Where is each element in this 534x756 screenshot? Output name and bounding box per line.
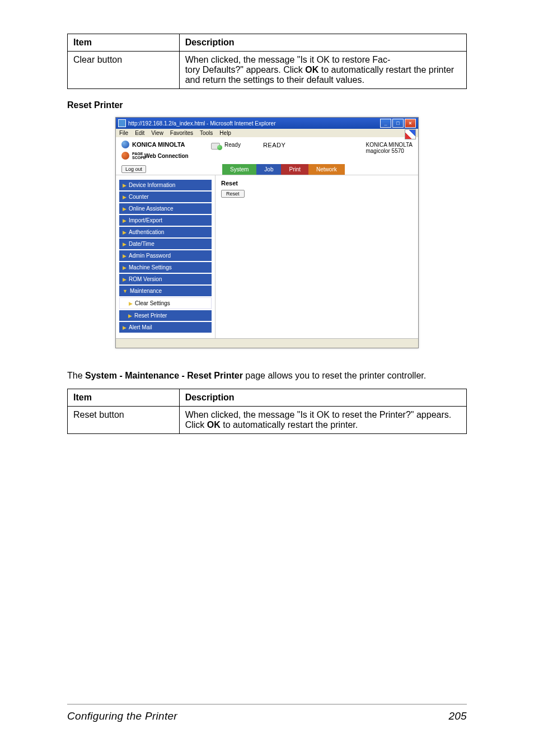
chevron-right-icon: ▶ [128, 313, 132, 319]
chevron-right-icon: ▶ [123, 230, 127, 235]
close-button[interactable]: × [405, 119, 416, 128]
nav-date-time[interactable]: ▶Date/Time [119, 239, 212, 249]
pagescope-logo: PAGE SCOPE Web Connection [121, 152, 211, 160]
chevron-right-icon: ▶ [123, 253, 127, 259]
nav-rom-version[interactable]: ▶ROM Version [119, 274, 212, 284]
nav-label: Admin Password [129, 253, 171, 259]
nav-label: Device Information [129, 182, 175, 188]
chevron-right-icon: ▶ [123, 265, 127, 270]
nav-label: Import/Export [129, 217, 162, 223]
printer-ready-icon [211, 142, 221, 150]
desc-text-line1: When clicked, the message "Is it OK to r… [185, 55, 391, 64]
menubar: File Edit View Favorites Tools Help [116, 129, 418, 137]
td-item-clear: Clear button [68, 52, 180, 89]
explain-text: The System - Maintenance - Reset Printer… [67, 370, 467, 382]
nav-label: Maintenance [130, 288, 162, 294]
desc-text-2: to automatically restart the printer. [221, 420, 358, 430]
desc-text-ok: OK [305, 65, 318, 74]
model-name: magicolor 5570 [366, 148, 413, 154]
menu-file[interactable]: File [119, 130, 128, 136]
tabs: System Job Print Network [222, 164, 418, 175]
ie-flag-icon [405, 129, 416, 139]
th-item: Item [68, 34, 180, 52]
ie-icon [118, 119, 126, 127]
nav-alert-mail[interactable]: ▶Alert Mail [119, 322, 212, 333]
menu-tools[interactable]: Tools [200, 130, 213, 136]
pagescope-text: Web Connection [144, 153, 189, 159]
model-brand: KONICA MINOLTA [366, 142, 413, 148]
chevron-right-icon: ▶ [123, 218, 127, 223]
td-desc-reset: When clicked, the message "Is it OK to r… [179, 407, 466, 434]
brand-text: KONICA MINOLTA [132, 141, 185, 148]
nav-label: Authentication [129, 229, 164, 235]
nav-label: Online Assistance [129, 206, 174, 212]
chevron-right-icon: ▶ [123, 206, 127, 212]
globe-icon [121, 141, 129, 148]
nav-device-information[interactable]: ▶Device Information [119, 180, 212, 190]
tab-job[interactable]: Job [256, 164, 281, 175]
pagescope-icon [121, 152, 129, 160]
explain-text-bold: System - Maintenance - Reset Printer [85, 371, 243, 380]
desc-text-ok: OK [207, 420, 221, 430]
td-desc-clear: When clicked, the message "Is it OK to r… [179, 52, 466, 89]
menu-favorites[interactable]: Favorites [170, 130, 193, 136]
titlebar: http://192.168.1.2/a_index.html - Micros… [116, 118, 418, 129]
reset-printer-heading: Reset Printer [67, 100, 467, 110]
sidebar: ▶Device Information ▶Counter ▶Online Ass… [116, 175, 216, 338]
logout-button[interactable]: Log out [121, 165, 146, 173]
footer-title: Configuring the Printer [67, 710, 177, 722]
chevron-right-icon: ▶ [123, 325, 127, 330]
nav-admin-password[interactable]: ▶Admin Password [119, 250, 212, 261]
nav-import-export[interactable]: ▶Import/Export [119, 215, 212, 226]
th-description: Description [179, 389, 466, 407]
th-description: Description [179, 34, 466, 52]
nav-label: Counter [129, 194, 149, 200]
chevron-right-icon: ▶ [129, 301, 133, 306]
explain-text-2: page allows you to reset the printer con… [243, 371, 426, 380]
nav-machine-settings[interactable]: ▶Machine Settings [119, 262, 212, 273]
reset-button[interactable]: Reset [221, 190, 245, 198]
nav-clear-settings[interactable]: ▶Clear Settings [119, 297, 212, 309]
nav-counter[interactable]: ▶Counter [119, 192, 212, 202]
tab-system[interactable]: System [222, 164, 256, 175]
window-title: http://192.168.1.2/a_index.html - Micros… [128, 120, 380, 127]
nav-label: ROM Version [129, 276, 162, 282]
panel-title: Reset [221, 180, 413, 186]
pagescope-prefix: PAGE SCOPE [132, 152, 144, 160]
ready-label-small: Ready [224, 142, 241, 148]
tab-network[interactable]: Network [308, 164, 345, 175]
menu-help[interactable]: Help [219, 130, 231, 136]
nav-label: Date/Time [129, 241, 154, 247]
nav-reset-printer[interactable]: ▶Reset Printer [119, 310, 212, 321]
konica-minolta-logo: KONICA MINOLTA [121, 141, 211, 148]
nav-online-assistance[interactable]: ▶Online Assistance [119, 203, 212, 214]
td-item-reset: Reset button [68, 407, 180, 434]
chevron-down-icon: ▼ [123, 288, 128, 294]
tab-print[interactable]: Print [281, 164, 308, 175]
page-number: 205 [448, 710, 467, 722]
menu-view[interactable]: View [151, 130, 163, 136]
explain-text-1: The [67, 371, 85, 380]
nav-maintenance[interactable]: ▼Maintenance [119, 286, 212, 296]
nav-label: Reset Printer [134, 312, 167, 319]
chevron-right-icon: ▶ [123, 277, 127, 282]
clear-button-table: Item Description Clear button When click… [67, 34, 467, 89]
minimize-button[interactable]: _ [380, 119, 391, 128]
main-panel: Reset Reset [216, 175, 418, 338]
nav-authentication[interactable]: ▶Authentication [119, 227, 212, 237]
reset-button-table: Item Description Reset button When click… [67, 389, 467, 434]
th-item: Item [68, 389, 180, 407]
ready-status: READY [263, 142, 285, 148]
app-header: KONICA MINOLTA PAGE SCOPE Web Connection… [116, 137, 418, 163]
chevron-right-icon: ▶ [123, 183, 127, 188]
desc-text-line2a: tory Defaults?" appears. Click [185, 65, 306, 74]
chevron-right-icon: ▶ [123, 241, 127, 247]
browser-window: http://192.168.1.2/a_index.html - Micros… [115, 117, 419, 348]
page-footer: Configuring the Printer 205 [67, 704, 467, 756]
chevron-right-icon: ▶ [123, 194, 127, 200]
nav-label: Alert Mail [129, 324, 152, 330]
menu-edit[interactable]: Edit [135, 130, 144, 136]
nav-label: Machine Settings [129, 264, 172, 270]
maximize-button[interactable]: □ [392, 119, 404, 128]
nav-label: Clear Settings [135, 300, 170, 306]
